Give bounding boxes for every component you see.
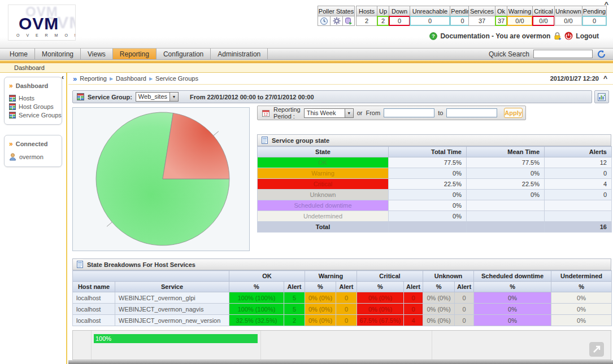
state-panel-title-label: Service group state: [272, 137, 329, 144]
alerts-col-header: Alerts: [545, 147, 612, 157]
unknown-alert-cell: 0: [455, 315, 474, 326]
sidebar-item-label: Hosts: [19, 95, 34, 102]
unknown-alert-cell: 0: [455, 292, 474, 304]
service-group-state-table: State Total Time Mean Time Alerts OK 77.…: [257, 146, 612, 233]
apply-button[interactable]: Apply: [504, 108, 523, 118]
or-label: or: [357, 109, 363, 116]
service-group-toolbar: Service Group: Web_sites ▼ From 22/01/20…: [72, 90, 592, 103]
unknown-alert-cell: 0: [455, 304, 474, 315]
state-row-warning: Warning 0% 0% 0: [258, 168, 612, 179]
graph-mode-button[interactable]: [594, 90, 609, 103]
app-logo[interactable]: OVM OVM OVM O V E R M O N: [8, 5, 76, 41]
total-time-cell: 0%: [389, 211, 467, 222]
hosts-total-value[interactable]: 2: [356, 16, 377, 26]
nav-item-home[interactable]: Home: [3, 49, 35, 59]
hosts-down-value[interactable]: 0: [389, 16, 410, 26]
total-time-cell: 0%: [389, 168, 467, 179]
state-label-cell: OK: [258, 157, 389, 168]
state-label-cell: Unknown: [258, 190, 389, 200]
unknown-pct-cell: 0% (0%): [423, 292, 455, 304]
total-time-cell: 77.5%: [389, 157, 467, 168]
content-collapse-icon[interactable]: ^: [603, 74, 607, 82]
sidebar-dashboard-box: » Dashboard Hosts Host Groups Service Gr…: [4, 77, 62, 125]
poller-latency-button[interactable]: [318, 16, 331, 26]
breadcrumb-separator-icon: ▶: [110, 76, 113, 81]
quick-search: Quick Search: [489, 49, 613, 59]
pct-col-header: %: [551, 282, 612, 292]
nav-item-views[interactable]: Views: [81, 49, 113, 59]
sidebar-collapse-icon[interactable]: ‹: [62, 73, 64, 81]
alerts-cell: 12: [545, 157, 612, 168]
nav-item-reporting[interactable]: Reporting: [113, 49, 156, 59]
search-swirl-icon[interactable]: [597, 50, 606, 59]
timeline-ok-bar[interactable]: 100%: [94, 334, 258, 343]
critical-alert-cell: 0: [404, 292, 423, 304]
to-date-input[interactable]: [446, 108, 497, 117]
host-name-cell[interactable]: localhost: [73, 315, 115, 326]
services-critical-value[interactable]: 0/0: [532, 16, 555, 26]
sidebar-item-hosts[interactable]: Hosts: [9, 95, 59, 102]
breadcrumb-dashboard[interactable]: Dashboard: [116, 75, 146, 82]
host-name-cell[interactable]: localhost: [73, 304, 115, 315]
pie-slice-critical[interactable]: [163, 113, 229, 179]
hosts-unreachable-value[interactable]: 0: [410, 16, 450, 26]
state-breakdowns-panel: State Breakdowns For Host Services OK Wa…: [72, 258, 611, 326]
scheduled-downtime-pct-cell: 0%: [474, 304, 551, 315]
service-group-select[interactable]: Web_sites ▼: [136, 92, 179, 102]
ok-group-header: OK: [229, 271, 305, 282]
host-name-cell[interactable]: localhost: [73, 292, 115, 304]
critical-pct-cell: 0% (0%): [357, 292, 404, 304]
service-name-cell[interactable]: WEBINJECT_overmon_nagvis: [115, 304, 229, 315]
state-row-total: Total 16: [258, 222, 612, 233]
breadcrumb-reporting[interactable]: Reporting: [80, 75, 107, 82]
nav-item-configuration[interactable]: Configuration: [156, 49, 211, 59]
state-row-undetermined: Undetermined 0%: [258, 211, 612, 222]
unknown-group-header: Unknown: [423, 271, 474, 282]
export-icon[interactable]: [589, 342, 604, 357]
window-bottom-edge: [68, 360, 613, 364]
main-content: » Reporting ▶ Dashboard ▶ Service Groups…: [68, 73, 613, 364]
service-row-glpi: localhost WEBINJECT_overmon_glpi 100% (1…: [73, 292, 612, 304]
service-name-cell[interactable]: WEBINJECT_overmon_new_version: [115, 315, 229, 326]
timeline-divider: [91, 331, 92, 359]
logo-title: OVM: [19, 14, 59, 33]
state-row-critical: Critical 22.5% 22.5% 4: [258, 179, 612, 190]
services-unknown-value[interactable]: 0/0: [554, 16, 582, 26]
services-total-value[interactable]: 37: [468, 16, 495, 26]
service-group-state-panel: Service group state State Total Time Mea…: [257, 134, 611, 233]
chart-grid-icon: [598, 93, 606, 101]
help-icon[interactable]: ?: [429, 32, 437, 40]
submenu-label[interactable]: Dashboard: [14, 64, 45, 71]
poller-export-button[interactable]: [342, 16, 355, 26]
services-critical-header: Critical: [532, 6, 555, 16]
services-pending-header: Pending: [582, 6, 607, 16]
from-date-input[interactable]: [384, 108, 434, 117]
quick-search-input[interactable]: [533, 50, 593, 58]
hosts-up-header: Up: [377, 6, 389, 16]
sidebar-item-host-groups[interactable]: Host Groups: [9, 103, 59, 110]
reporting-period-select[interactable]: This Week ▼: [304, 108, 354, 118]
sidebar-item-service-groups[interactable]: Service Groups: [9, 112, 59, 119]
logout-link[interactable]: Logout: [576, 32, 599, 40]
chevron-down-icon[interactable]: ▼: [345, 108, 354, 118]
connected-user[interactable]: overmon: [9, 153, 59, 161]
documentation-link[interactable]: Documentation - You are overmon: [440, 32, 550, 40]
user-icon: [9, 153, 16, 161]
submenu-bar: Dashboard: [0, 63, 613, 73]
services-pending-value[interactable]: 0: [582, 16, 607, 26]
double-arrow-icon: »: [9, 140, 13, 148]
poller-activity-button[interactable]: [330, 16, 343, 26]
logout-power-icon[interactable]: [564, 32, 573, 40]
chevron-down-icon[interactable]: ▼: [169, 92, 179, 102]
lock-icon[interactable]: [553, 32, 562, 40]
services-warning-value[interactable]: 0/0: [507, 16, 533, 26]
breadcrumb-service-groups[interactable]: Service Groups: [155, 75, 198, 82]
services-ok-value[interactable]: 37: [495, 16, 507, 26]
nav-item-administration[interactable]: Administration: [211, 49, 268, 59]
service-name-cell[interactable]: WEBINJECT_overmon_glpi: [115, 292, 229, 304]
alert-col-header: Alert: [455, 282, 474, 292]
nav-item-monitoring[interactable]: Monitoring: [35, 49, 81, 59]
hosts-up-value[interactable]: 2: [377, 16, 389, 26]
undetermined-pct-cell: 0%: [551, 304, 612, 315]
mean-time-cell: 22.5%: [467, 179, 545, 190]
